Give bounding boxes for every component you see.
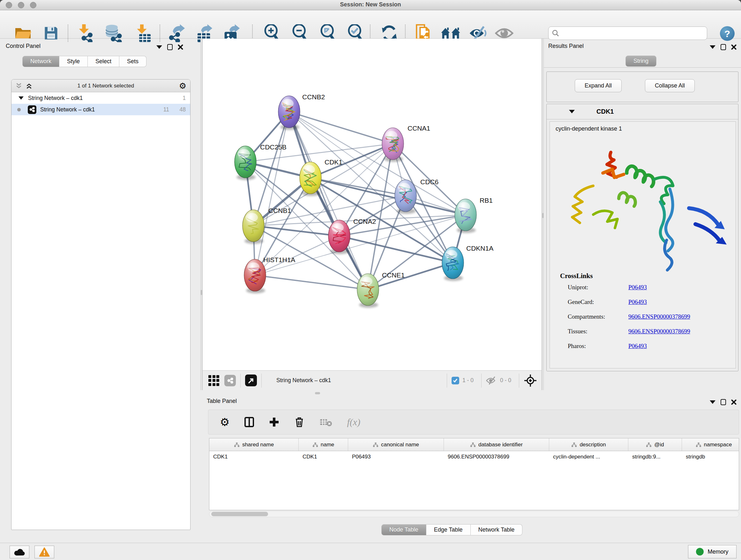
table-panel-title: Table Panel [207, 398, 237, 405]
help-button[interactable]: ? [720, 26, 735, 41]
function-builder-icon[interactable]: f(x) [347, 417, 360, 428]
crosslink-link[interactable]: 9606.ENSP00000378699 [628, 313, 690, 320]
cell-shared-name[interactable]: CDK1 [209, 451, 299, 463]
gene-section-header[interactable]: CDK1 [547, 104, 738, 119]
search-input[interactable] [559, 30, 707, 37]
export-network-button[interactable] [166, 23, 187, 43]
scrollbar-thumb[interactable] [211, 512, 268, 516]
crosslink-link[interactable]: P06493 [628, 299, 647, 306]
network-canvas[interactable]: CCNB2CCNA1CDC25BCDK1CDC6RB1CCNB1CCNA2CDK… [202, 39, 542, 370]
network-node-CCNE1[interactable] [357, 273, 379, 308]
import-database-icon [105, 24, 123, 42]
panel-close-icon[interactable] [731, 399, 737, 405]
column-header-4[interactable]: description [549, 438, 628, 451]
import-network-file-button[interactable] [76, 23, 96, 43]
table-horizontal-scrollbar[interactable] [209, 511, 739, 517]
tab-sets[interactable]: Sets [119, 56, 146, 67]
cell-canonical-name[interactable]: P06493 [348, 451, 444, 463]
column-type-icon [646, 442, 652, 447]
selected-checkbox-icon[interactable] [452, 377, 459, 384]
cell-@id[interactable]: stringdb:9... [628, 451, 682, 463]
expand-all-button[interactable]: Expand All [575, 79, 622, 92]
delete-table-icon[interactable] [320, 417, 332, 427]
column-header-6[interactable]: namespace [682, 438, 739, 451]
tab-network-table[interactable]: Network Table [471, 524, 523, 536]
import-table-file-button[interactable] [133, 23, 154, 43]
cloud-status-button[interactable] [10, 546, 29, 558]
panel-menu-icon[interactable] [156, 45, 162, 49]
collection-expander-icon[interactable] [18, 97, 23, 100]
footer-separator [481, 374, 482, 388]
tree-options-gear-icon[interactable]: ⚙ [179, 83, 186, 89]
panel-float-icon[interactable] [167, 44, 173, 50]
network-node-CCNB1[interactable] [243, 210, 264, 244]
network-edge [255, 112, 289, 275]
grid-view-icon[interactable] [208, 375, 219, 386]
open-in-window-icon[interactable] [245, 374, 257, 386]
crosslink-link[interactable]: 9606.ENSP00000378699 [628, 328, 690, 335]
panel-menu-icon[interactable] [710, 400, 716, 404]
tab-string[interactable]: String [625, 56, 657, 67]
table-row[interactable]: CDK1CDK1P064939606.ENSP00000378699cyclin… [209, 451, 739, 463]
node-label-RB1: RB1 [480, 197, 493, 204]
node-label-CCNB2: CCNB2 [302, 93, 325, 101]
hidden-eye-icon[interactable] [486, 376, 497, 385]
panel-menu-icon[interactable] [710, 45, 716, 49]
warnings-button[interactable] [35, 546, 54, 558]
panel-close-icon[interactable] [178, 44, 183, 50]
network-edge [289, 112, 368, 290]
panel-float-icon[interactable] [721, 44, 726, 50]
open-folder-icon [15, 27, 31, 40]
network-view-toolbar: String Network – cdk1 1 - 0 0 - 0 [202, 370, 542, 390]
collection-count: 1 [183, 95, 186, 102]
save-session-button[interactable] [41, 23, 61, 43]
collapse-all-button[interactable]: Collapse All [645, 79, 695, 92]
horizontal-splitter-handle[interactable] [315, 392, 320, 394]
delete-column-icon[interactable] [294, 417, 305, 428]
panel-close-icon[interactable] [731, 44, 737, 50]
node-label-CDKN1A: CDKN1A [466, 245, 493, 252]
cell-name[interactable]: CDK1 [299, 451, 348, 463]
tab-select[interactable]: Select [88, 56, 119, 67]
gene-expander-icon[interactable] [569, 110, 575, 113]
node-table[interactable]: shared namenamecanonical namedatabase id… [209, 438, 739, 510]
import-network-database-button[interactable] [104, 23, 124, 43]
network-node-CCNB2[interactable] [278, 96, 300, 130]
results-tab-baseline [544, 67, 741, 68]
column-header-1[interactable]: name [299, 438, 348, 451]
network-row[interactable]: String Network – cdk1 11 48 [11, 104, 190, 115]
column-header-5[interactable]: @id [628, 438, 682, 451]
column-header-3[interactable]: database identifier [444, 438, 549, 451]
tab-node-table[interactable]: Node Table [381, 524, 426, 536]
cell-description[interactable]: cyclin-dependent ... [549, 451, 628, 463]
tab-style[interactable]: Style [59, 56, 88, 67]
cell-namespace[interactable]: stringdb [682, 451, 739, 463]
network-collection-row[interactable]: String Network – cdk1 1 [11, 92, 190, 104]
string-view-icon[interactable] [224, 375, 236, 386]
crosslink-link[interactable]: P06493 [628, 343, 647, 350]
column-header-0[interactable]: shared name [209, 438, 299, 451]
right-splitter-handle[interactable] [542, 213, 544, 218]
network-node-HIST1H1A[interactable] [244, 259, 266, 294]
add-column-icon[interactable] [269, 417, 279, 427]
table-header-row: shared namenamecanonical namedatabase id… [209, 438, 739, 451]
network-node-RB1[interactable] [455, 199, 476, 233]
open-session-button[interactable] [13, 23, 33, 43]
column-type-icon [373, 442, 379, 447]
column-header-2[interactable]: canonical name [348, 438, 444, 451]
show-columns-icon[interactable] [244, 417, 254, 428]
fit-selected-crosshair-icon[interactable] [524, 374, 537, 387]
expand-all-tree-icon[interactable] [15, 82, 22, 89]
panel-float-icon[interactable] [721, 399, 726, 405]
memory-button[interactable]: Memory [688, 545, 737, 558]
tab-edge-table[interactable]: Edge Table [426, 524, 471, 536]
network-node-CDKN1A[interactable] [442, 247, 464, 281]
gene-symbol: CDK1 [596, 108, 614, 115]
cell-database-identifier[interactable]: 9606.ENSP00000378699 [444, 451, 549, 463]
network-node-CDC6[interactable] [395, 180, 416, 214]
table-options-gear-icon[interactable]: ⚙ [220, 417, 229, 428]
collapse-all-tree-icon[interactable] [25, 82, 32, 89]
crosslink-link[interactable]: P06493 [628, 284, 647, 291]
network-node-CDC25B[interactable] [234, 146, 256, 180]
tab-network[interactable]: Network [22, 56, 59, 67]
